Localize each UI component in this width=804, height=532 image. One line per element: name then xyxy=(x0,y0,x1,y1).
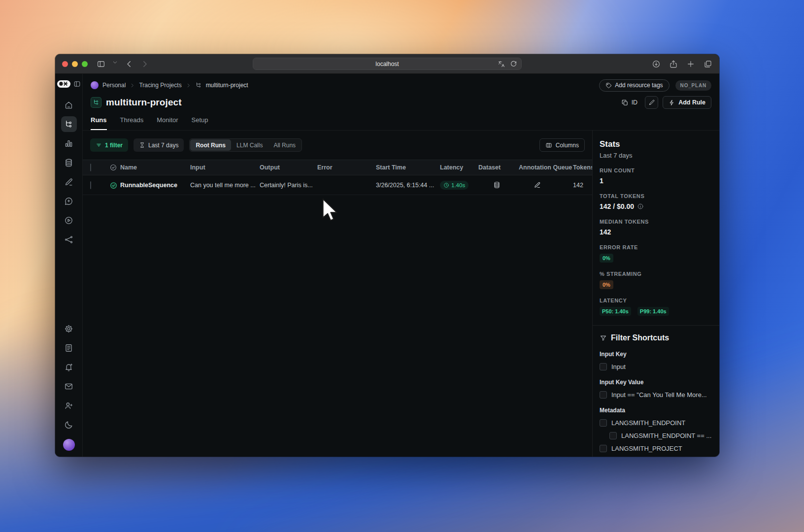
col-start-time[interactable]: Start Time xyxy=(376,164,440,171)
download-icon[interactable] xyxy=(652,60,661,68)
date-range-button[interactable]: Last 7 days xyxy=(134,138,184,152)
share-icon[interactable] xyxy=(669,60,678,68)
dataset-action-button[interactable] xyxy=(478,181,519,189)
shortcut-checkbox[interactable] xyxy=(609,432,617,439)
run-count-value: 1 xyxy=(600,177,712,185)
run-count-label: RUN COUNT xyxy=(600,167,712,173)
segment-all-runs[interactable]: All Runs xyxy=(268,139,301,151)
back-icon[interactable] xyxy=(125,60,134,68)
col-annotation-queue[interactable]: Annotation Queue xyxy=(519,164,573,171)
breadcrumb-personal[interactable]: Personal xyxy=(102,82,126,89)
col-latency[interactable]: Latency xyxy=(440,164,478,171)
shortcut-checkbox[interactable] xyxy=(600,363,607,370)
translate-icon[interactable] xyxy=(498,60,505,68)
sidebar-item-home[interactable] xyxy=(61,97,77,113)
runs-table-area: 1 filter Last 7 days Root Runs LLM Calls… xyxy=(83,131,592,457)
run-name[interactable]: RunnableSequence xyxy=(120,182,190,189)
tab-setup[interactable]: Setup xyxy=(192,116,208,130)
playground-icon xyxy=(64,216,73,225)
collapse-sidebar-icon[interactable] xyxy=(73,80,81,88)
shortcut-label: LANGSMITH_ENDPOINT xyxy=(611,419,685,427)
copy-id-button[interactable]: ID xyxy=(618,96,641,109)
segment-root-runs[interactable]: Root Runs xyxy=(190,139,231,151)
langsmith-logo[interactable] xyxy=(57,80,70,88)
col-name[interactable]: Name xyxy=(120,164,190,171)
sidebar-item-annotation[interactable] xyxy=(61,174,77,190)
docs-icon xyxy=(64,343,73,353)
sidebar-item-playground[interactable] xyxy=(61,212,77,228)
shortcut-input-value[interactable]: Input == "Can You Tell Me More... xyxy=(600,391,712,399)
shortcut-checkbox[interactable] xyxy=(600,419,607,427)
filter-shortcuts-title: Filter Shortcuts xyxy=(611,333,669,342)
sidebar-item-tracing-projects[interactable] xyxy=(61,116,77,132)
tab-monitor[interactable]: Monitor xyxy=(157,116,178,130)
table-row[interactable]: RunnableSequence Can you tell me more ..… xyxy=(83,175,592,195)
tab-runs[interactable]: Runs xyxy=(91,116,107,130)
tab-overview-icon[interactable] xyxy=(704,60,712,68)
col-output[interactable]: Output xyxy=(260,164,317,171)
median-tokens-label: MEDIAN TOKENS xyxy=(600,219,712,225)
sidebar-item-deployments[interactable] xyxy=(61,232,77,247)
breadcrumb-tracing-projects[interactable]: Tracing Projects xyxy=(139,82,181,89)
sidebar-item-theme[interactable] xyxy=(61,417,77,432)
sidebar-item-notifications[interactable] xyxy=(61,359,77,375)
shortcut-label: LANGSMITH_ENDPOINT == ... xyxy=(621,432,711,439)
close-window-button[interactable] xyxy=(62,61,68,67)
zoom-window-button[interactable] xyxy=(82,61,88,67)
moon-icon xyxy=(64,420,73,430)
sidebar-toggle-icon[interactable] xyxy=(97,60,105,68)
minimize-window-button[interactable] xyxy=(72,61,78,67)
info-icon[interactable] xyxy=(637,203,644,210)
col-tokens[interactable]: Tokens xyxy=(573,164,592,171)
add-rule-label: Add Rule xyxy=(678,99,705,106)
sidebar-item-monitoring[interactable] xyxy=(61,135,77,151)
columns-label: Columns xyxy=(556,142,579,149)
group-input-key-value: Input Key Value xyxy=(600,379,712,386)
tab-threads[interactable]: Threads xyxy=(120,116,144,130)
trace-projects-icon xyxy=(195,82,202,89)
chevron-down-icon[interactable] xyxy=(112,60,118,68)
col-input[interactable]: Input xyxy=(190,164,260,171)
invite-icon xyxy=(64,401,73,410)
shortcut-label: Input == "Can You Tell Me More... xyxy=(611,391,707,399)
shortcut-langsmith-endpoint[interactable]: LANGSMITH_ENDPOINT xyxy=(600,419,712,427)
sidebar-item-prompts[interactable] xyxy=(61,193,77,209)
forward-icon[interactable] xyxy=(140,60,149,68)
shortcut-input[interactable]: Input xyxy=(600,363,712,370)
filter-count-button[interactable]: 1 filter xyxy=(90,138,128,152)
stats-title: Stats xyxy=(600,139,712,149)
shortcut-checkbox[interactable] xyxy=(600,445,607,452)
browser-titlebar: localhost xyxy=(55,54,719,74)
sidebar-item-invite[interactable] xyxy=(61,398,77,413)
copy-icon xyxy=(621,99,629,106)
user-avatar[interactable] xyxy=(63,439,75,451)
add-resource-tags-button[interactable]: Add resource tags xyxy=(599,79,669,92)
annotation-icon xyxy=(64,177,73,187)
stats-panel: Stats Last 7 days RUN COUNT 1 TOTAL TOKE… xyxy=(592,131,719,457)
col-dataset[interactable]: Dataset xyxy=(478,164,519,171)
select-all-checkbox[interactable] xyxy=(90,164,91,171)
sidebar-item-settings[interactable] xyxy=(61,321,77,336)
reload-icon[interactable] xyxy=(510,60,517,68)
breadcrumb-project[interactable]: multiturn-project xyxy=(206,82,248,89)
shortcut-checkbox[interactable] xyxy=(600,391,607,399)
segment-llm-calls[interactable]: LLM Calls xyxy=(231,139,268,151)
address-bar[interactable]: localhost xyxy=(253,58,522,70)
sidebar-item-docs[interactable] xyxy=(61,340,77,356)
shortcut-langsmith-endpoint-value[interactable]: LANGSMITH_ENDPOINT == ... xyxy=(609,432,712,439)
annotation-action-button[interactable] xyxy=(519,181,573,189)
columns-button[interactable]: Columns xyxy=(539,138,585,152)
tag-icon xyxy=(605,82,612,89)
funnel-icon xyxy=(600,334,607,342)
sidebar-item-datasets[interactable] xyxy=(61,155,77,170)
add-rule-button[interactable]: Add Rule xyxy=(663,96,711,109)
row-checkbox[interactable] xyxy=(90,181,91,189)
new-tab-icon[interactable] xyxy=(686,60,695,68)
latency-value: 1.40s xyxy=(451,182,465,188)
filter-bar: 1 filter Last 7 days Root Runs LLM Calls… xyxy=(83,138,592,152)
shortcut-langsmith-project[interactable]: LANGSMITH_PROJECT xyxy=(600,445,712,452)
col-error[interactable]: Error xyxy=(317,164,376,171)
project-tabs: Runs Threads Monitor Setup xyxy=(91,116,711,130)
edit-name-button[interactable] xyxy=(645,96,658,109)
sidebar-item-feedback[interactable] xyxy=(61,378,77,394)
